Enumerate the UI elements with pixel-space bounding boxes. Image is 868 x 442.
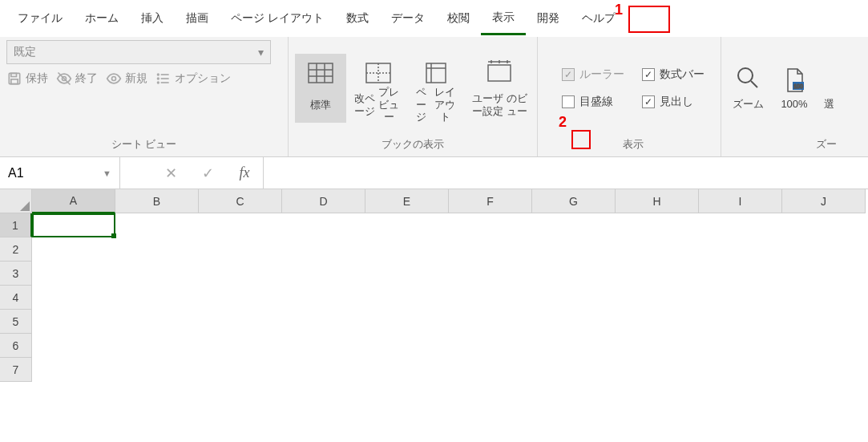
- group-zoom: ズーム 100 100% 選 ズー: [721, 37, 843, 156]
- col-header-G[interactable]: G: [532, 189, 616, 213]
- zoom-100-button[interactable]: 100 100%: [774, 66, 814, 110]
- col-header-C[interactable]: C: [199, 189, 282, 213]
- view-pagebreak-button[interactable]: 改ページプレビュー: [353, 54, 404, 123]
- tab-draw[interactable]: 描画: [175, 3, 220, 34]
- group-workbookviews-label: ブックの表示: [295, 136, 531, 155]
- col-header-H[interactable]: H: [616, 189, 699, 213]
- insert-function-button[interactable]: fx: [226, 157, 263, 189]
- svg-text:100: 100: [793, 83, 803, 89]
- row-header-6[interactable]: 6: [0, 334, 32, 358]
- sheetview-new-button[interactable]: 新規: [106, 71, 147, 87]
- name-box-input[interactable]: [8, 166, 88, 180]
- row-header-1[interactable]: 1: [0, 213, 32, 237]
- sheetview-keep-button[interactable]: 保持: [6, 71, 48, 87]
- checkbox-ruler: ✓ ルーラー: [562, 67, 624, 82]
- checkbox-headings-box: ✓: [642, 95, 655, 108]
- annotation-1-box: [628, 6, 670, 33]
- annotation-2: 2: [559, 114, 567, 131]
- sheetview-options-button[interactable]: オプション: [155, 71, 231, 87]
- eye-plus-icon: [106, 71, 122, 87]
- checkbox-gridlines-box: [562, 95, 575, 108]
- group-sheetview: 既定 ▾ 保持 終了 新規 オプション: [0, 37, 289, 156]
- svg-rect-2: [11, 79, 18, 84]
- pagebreak-icon: [362, 57, 394, 89]
- col-header-A[interactable]: A: [32, 189, 115, 213]
- svg-rect-20: [426, 63, 446, 83]
- checkbox-headings[interactable]: ✓ 見出し: [642, 95, 704, 109]
- row-header-2[interactable]: 2: [0, 237, 32, 262]
- row-header-7[interactable]: 7: [0, 358, 32, 382]
- save-icon: [6, 71, 22, 87]
- svg-rect-23: [488, 65, 511, 81]
- tab-developer[interactable]: 開発: [526, 3, 571, 34]
- formula-input[interactable]: [264, 157, 868, 189]
- tab-file[interactable]: ファイル: [6, 3, 74, 34]
- tab-review[interactable]: 校閲: [436, 3, 481, 34]
- row-header-4[interactable]: 4: [0, 286, 32, 310]
- zoom-selection-button[interactable]: 選: [821, 65, 837, 112]
- formula-bar-buttons: ✕ ✓ fx: [152, 157, 264, 189]
- checkbox-gridlines[interactable]: 目盛線: [562, 95, 624, 109]
- col-header-D[interactable]: D: [282, 189, 365, 213]
- svg-point-28: [738, 68, 753, 83]
- chevron-down-icon[interactable]: ▼: [103, 168, 111, 178]
- row-header-3[interactable]: 3: [0, 262, 32, 286]
- active-cell-A1[interactable]: [32, 213, 115, 237]
- tab-formulas[interactable]: 数式: [335, 3, 380, 34]
- sheetview-dropdown[interactable]: 既定 ▾: [6, 40, 271, 64]
- tab-data[interactable]: データ: [380, 3, 436, 34]
- sheetview-dropdown-value: 既定: [14, 45, 36, 59]
- view-normal-button[interactable]: 標準: [295, 54, 346, 123]
- page-100-icon: 100: [781, 66, 807, 95]
- cell-area[interactable]: [32, 213, 868, 382]
- svg-point-9: [158, 74, 159, 75]
- group-sheetview-label: シート ビュー: [6, 136, 281, 155]
- grid-icon: [305, 57, 337, 89]
- svg-point-11: [158, 82, 159, 83]
- view-custom-button[interactable]: ユーザー設定のビュー: [468, 54, 531, 123]
- row-headers: 1 2 3 4 5 6 7: [0, 213, 32, 382]
- ribbon: 既定 ▾ 保持 終了 新規 オプション: [0, 37, 868, 157]
- annotation-1: 1: [615, 2, 623, 18]
- name-box[interactable]: ▼: [0, 157, 120, 189]
- col-header-E[interactable]: E: [365, 189, 449, 213]
- svg-point-10: [158, 78, 159, 79]
- magnifier-icon: [735, 65, 761, 94]
- group-show: ✓ ルーラー 目盛線 ✓ 数式バー ✓ 見出し 表示: [538, 37, 721, 156]
- tab-home[interactable]: ホーム: [74, 3, 130, 34]
- ribbon-tabs: ファイル ホーム 挿入 描画 ページ レイアウト 数式 データ 校閲 表示 開発…: [0, 0, 868, 37]
- eye-slash-icon: [56, 71, 72, 87]
- checkbox-ruler-box: ✓: [562, 68, 575, 81]
- cancel-button: ✕: [152, 157, 189, 189]
- spreadsheet-grid: A B C D E F G H I J 1 2 3 4 5 6 7: [0, 189, 868, 382]
- col-header-F[interactable]: F: [449, 189, 532, 213]
- enter-button: ✓: [189, 157, 226, 189]
- group-zoom-label: ズー: [728, 136, 837, 155]
- svg-line-29: [751, 81, 757, 87]
- group-workbookviews: 標準 改ページプレビュー ページレイアウト ユーザー設定のビュー ブックの表示: [289, 37, 538, 156]
- row-header-5[interactable]: 5: [0, 310, 32, 334]
- col-header-B[interactable]: B: [115, 189, 199, 213]
- tab-pagelayout[interactable]: ページ レイアウト: [220, 3, 335, 34]
- tab-insert[interactable]: 挿入: [130, 3, 175, 34]
- column-headers: A B C D E F G H I J: [32, 189, 866, 213]
- chevron-down-icon: ▾: [258, 46, 264, 59]
- svg-rect-1: [11, 73, 17, 76]
- formula-bar-row: ▼ ✕ ✓ fx: [0, 157, 868, 189]
- col-header-J[interactable]: J: [782, 189, 866, 213]
- checkbox-formulabar[interactable]: ✓ 数式バー: [642, 67, 704, 82]
- svg-point-5: [112, 77, 116, 81]
- customview-icon: [483, 57, 515, 89]
- view-pagelayout-button[interactable]: ページレイアウト: [410, 54, 462, 123]
- sheetview-exit-button[interactable]: 終了: [56, 71, 98, 87]
- col-header-I[interactable]: I: [699, 189, 782, 213]
- select-all-button[interactable]: [0, 189, 32, 213]
- tab-view[interactable]: 表示: [481, 2, 526, 35]
- svg-rect-12: [309, 63, 333, 83]
- checkbox-formulabar-box: ✓: [642, 68, 655, 81]
- annotation-2-box: [571, 130, 591, 149]
- pagelayout-icon: [420, 57, 452, 89]
- list-icon: [155, 71, 172, 87]
- zoom-button[interactable]: ズーム: [728, 65, 768, 112]
